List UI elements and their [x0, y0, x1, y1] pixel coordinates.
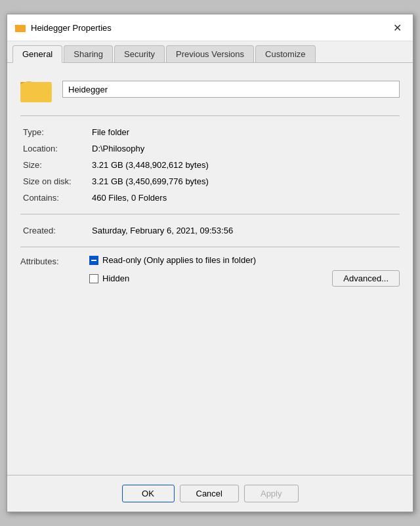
svg-rect-1 [15, 25, 20, 27]
divider-3 [20, 247, 400, 247]
tab-security[interactable]: Security [114, 45, 165, 62]
close-button[interactable]: ✕ [389, 20, 405, 35]
type-label: Type: [20, 124, 89, 140]
svg-rect-4 [20, 85, 51, 102]
attributes-controls: Read-only (Only applies to files in fold… [89, 255, 400, 287]
tab-customize[interactable]: Customize [255, 45, 315, 62]
created-table: Created: Saturday, February 6, 2021, 09:… [20, 222, 400, 239]
folder-name-input[interactable] [62, 81, 400, 98]
created-label: Created: [20, 222, 89, 239]
size-on-disk-row: Size on disk: 3.21 GB (3,450,699,776 byt… [20, 173, 400, 190]
readonly-label: Read-only (Only applies to files in fold… [102, 255, 256, 265]
created-row: Created: Saturday, February 6, 2021, 09:… [20, 222, 400, 239]
attributes-row: Attributes: Read-only (Only applies to f… [20, 255, 400, 287]
apply-button[interactable]: Apply [244, 485, 299, 502]
folder-icon [20, 76, 52, 102]
tab-sharing[interactable]: Sharing [64, 45, 113, 62]
divider-2 [20, 214, 400, 214]
size-row: Size: 3.21 GB (3,448,902,612 bytes) [20, 157, 400, 173]
contains-label: Contains: [20, 190, 89, 206]
hidden-checkbox-row: Hidden [89, 273, 129, 283]
tab-general[interactable]: General [12, 45, 62, 63]
location-label: Location: [20, 140, 89, 157]
hidden-checkbox[interactable] [89, 274, 98, 283]
properties-dialog: Heidegger Properties ✕ General Sharing S… [7, 14, 413, 512]
readonly-checkbox[interactable] [89, 256, 98, 265]
advanced-button[interactable]: Advanced... [332, 270, 400, 287]
readonly-checkbox-row: Read-only (Only applies to files in fold… [89, 255, 400, 265]
created-value: Saturday, February 6, 2021, 09:53:56 [89, 222, 400, 239]
type-value: File folder [89, 124, 400, 140]
tab-content-general: Type: File folder Location: D:\Philosoph… [7, 63, 413, 475]
size-label: Size: [20, 157, 89, 173]
location-value: D:\Philosophy [89, 140, 400, 157]
type-row: Type: File folder [20, 124, 400, 140]
location-row: Location: D:\Philosophy [20, 140, 400, 157]
size-on-disk-label: Size on disk: [20, 173, 89, 190]
hidden-label: Hidden [102, 273, 129, 283]
dialog-title: Heidegger Properties [31, 23, 112, 33]
properties-table: Type: File folder Location: D:\Philosoph… [20, 124, 400, 206]
size-value: 3.21 GB (3,448,902,612 bytes) [89, 157, 400, 173]
contains-value: 460 Files, 0 Folders [89, 190, 400, 206]
attributes-label: Attributes: [20, 255, 89, 266]
folder-name-row [20, 76, 400, 102]
ok-button[interactable]: OK [122, 485, 175, 502]
title-folder-icon [15, 23, 26, 32]
tabs-bar: General Sharing Security Previous Versio… [7, 41, 413, 63]
dialog-footer: OK Cancel Apply [7, 475, 413, 512]
size-on-disk-value: 3.21 GB (3,450,699,776 bytes) [89, 173, 400, 190]
divider-1 [20, 115, 400, 116]
cancel-button[interactable]: Cancel [180, 485, 239, 502]
title-bar-left: Heidegger Properties [15, 23, 112, 33]
contains-row: Contains: 460 Files, 0 Folders [20, 190, 400, 206]
title-bar: Heidegger Properties ✕ [7, 14, 413, 41]
tab-previous-versions[interactable]: Previous Versions [166, 45, 254, 62]
